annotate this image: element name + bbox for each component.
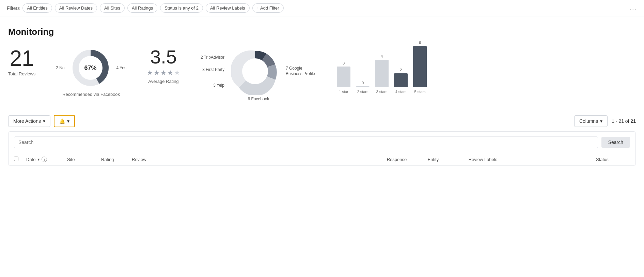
th-rating: Rating bbox=[101, 157, 132, 162]
filter-bar: Filters All Entities All Review Dates Al… bbox=[0, 0, 644, 16]
pie-wrapper: 2 TripAdvisor 3 First Party 3 Yelp bbox=[201, 47, 316, 95]
filter-chip-review-dates[interactable]: All Review Dates bbox=[55, 3, 97, 13]
yes-count: 4 Yes bbox=[116, 65, 126, 70]
bar-rect bbox=[375, 60, 389, 87]
average-rating-label: Average Rating bbox=[148, 79, 178, 84]
table-header-row: Date ▼ i Site Rating Review Response Ent… bbox=[9, 153, 635, 166]
bar-value: 0 bbox=[362, 81, 364, 85]
filter-chip-status[interactable]: Status is any of 2 bbox=[160, 3, 203, 13]
th-review-labels: Review Labels bbox=[469, 157, 596, 162]
filter-chip-entities[interactable]: All Entities bbox=[22, 3, 52, 13]
bar-label: 3 stars bbox=[376, 90, 387, 94]
bar-group-1-star: 3 1 star bbox=[337, 61, 350, 94]
rating-number: 3.5 bbox=[150, 47, 177, 67]
th-checkbox bbox=[14, 157, 26, 162]
star-1: ★ bbox=[147, 69, 153, 77]
bar-label: 5 stars bbox=[414, 90, 425, 94]
bar-group-5-stars: 6 5 stars bbox=[413, 41, 427, 94]
bar-value: 2 bbox=[400, 68, 402, 72]
bar-rect bbox=[356, 86, 370, 87]
stat-average-rating: 3.5 ★ ★ ★ ★ ★ Average Rating bbox=[147, 47, 180, 84]
search-button[interactable]: Search bbox=[601, 137, 630, 148]
actions-right: Columns ▾ 1 - 21 of 21 bbox=[574, 115, 636, 127]
facebook-source-label: 6 Facebook bbox=[248, 97, 269, 101]
bar-value: 6 bbox=[419, 41, 421, 45]
donut-container: 67% bbox=[70, 47, 111, 88]
filter-chip-review-labels[interactable]: All Review Labels bbox=[206, 3, 250, 13]
pie-legend-left: 2 TripAdvisor 3 First Party 3 Yelp bbox=[201, 55, 224, 88]
filter-label: Filters bbox=[7, 5, 20, 11]
columns-label: Columns bbox=[579, 118, 598, 124]
table-area: Search Date ▼ i Site Rating Review Respo… bbox=[8, 131, 636, 166]
google-label: 7 Google Business Profile bbox=[286, 66, 316, 76]
actions-row: More Actions ▾ 🔔 ▾ Columns ▾ 1 - 21 of 2… bbox=[8, 115, 636, 131]
columns-button[interactable]: Columns ▾ bbox=[574, 115, 608, 127]
yelp-label: 3 Yelp bbox=[201, 83, 224, 88]
stat-total-reviews: 21 Total Reviews bbox=[8, 47, 35, 76]
star-2: ★ bbox=[154, 69, 160, 77]
star-5: ★ bbox=[174, 69, 180, 77]
th-response: Response bbox=[387, 157, 428, 162]
search-row: Search bbox=[9, 132, 635, 153]
bar-rect bbox=[413, 46, 427, 87]
total-reviews-label: Total Reviews bbox=[8, 71, 35, 76]
main-content: Monitoring 21 Total Reviews 2 No bbox=[0, 16, 644, 166]
stat-source-pie: 2 TripAdvisor 3 First Party 3 Yelp bbox=[201, 47, 316, 101]
bar-chart-area: 3 1 star 0 2 stars 4 3 stars 2 4 stars 6… bbox=[337, 47, 427, 95]
pie-legend-right: 7 Google Business Profile bbox=[286, 66, 316, 76]
donut-percent: 67% bbox=[84, 64, 97, 72]
star-4: ★ bbox=[167, 69, 173, 77]
bar-rect bbox=[394, 73, 408, 87]
add-filter-button[interactable]: + Add Filter bbox=[252, 3, 284, 13]
columns-chevron-icon: ▾ bbox=[600, 118, 602, 124]
bar-label: 2 stars bbox=[357, 90, 368, 94]
donut-legend-left: 2 No bbox=[56, 65, 64, 70]
total-reviews-number: 21 bbox=[10, 47, 34, 69]
more-actions-label: More Actions bbox=[13, 118, 41, 124]
pie-svg bbox=[231, 47, 279, 95]
first-party-label: 3 First Party bbox=[201, 67, 224, 72]
bar-label: 1 star bbox=[339, 90, 348, 94]
bell-icon: 🔔 bbox=[59, 118, 65, 124]
svg-point-2 bbox=[242, 58, 268, 84]
filter-more-options[interactable]: ... bbox=[629, 4, 637, 12]
date-sort-icon[interactable]: ▼ bbox=[37, 158, 40, 161]
th-status: Status bbox=[596, 157, 630, 162]
pagination-info: 1 - 21 of 21 bbox=[612, 118, 636, 124]
th-site: Site bbox=[67, 157, 101, 162]
more-actions-button[interactable]: More Actions ▾ bbox=[8, 115, 50, 127]
th-entity: Entity bbox=[428, 157, 469, 162]
more-actions-chevron-icon: ▾ bbox=[43, 118, 45, 124]
date-info-icon[interactable]: i bbox=[42, 157, 47, 162]
stat-facebook-donut: 2 No 67% 4 Yes Recommended via Face bbox=[56, 47, 126, 97]
bar-value: 4 bbox=[381, 54, 383, 58]
notification-chevron-icon: ▾ bbox=[67, 118, 69, 124]
th-date: Date ▼ i bbox=[26, 157, 67, 162]
donut-legend-right: 4 Yes bbox=[116, 65, 126, 70]
bar-group-4-stars: 2 4 stars bbox=[394, 68, 408, 94]
actions-left: More Actions ▾ 🔔 ▾ bbox=[8, 115, 75, 127]
facebook-label: Recommended via Facebook bbox=[62, 92, 120, 97]
no-count: 2 No bbox=[56, 65, 64, 70]
bar-group-3-stars: 4 3 stars bbox=[375, 54, 389, 94]
notification-button[interactable]: 🔔 ▾ bbox=[54, 115, 75, 127]
bar-rect bbox=[337, 67, 350, 87]
page-title: Monitoring bbox=[8, 27, 636, 37]
stat-bar-chart: 3 1 star 0 2 stars 4 3 stars 2 4 stars 6… bbox=[337, 47, 427, 95]
select-all-checkbox[interactable] bbox=[14, 157, 18, 161]
bar-label: 4 stars bbox=[395, 90, 406, 94]
bar-value: 3 bbox=[343, 61, 345, 65]
star-3: ★ bbox=[160, 69, 167, 77]
filter-chip-sites[interactable]: All Sites bbox=[100, 3, 125, 13]
stars: ★ ★ ★ ★ ★ bbox=[147, 69, 180, 77]
search-input[interactable] bbox=[14, 136, 598, 148]
th-review: Review bbox=[132, 157, 387, 162]
donut-wrapper: 2 No 67% 4 Yes bbox=[56, 47, 126, 88]
stats-row: 21 Total Reviews 2 No 67% bbox=[8, 47, 636, 101]
filter-chip-ratings[interactable]: All Ratings bbox=[127, 3, 157, 13]
tripadvisor-label: 2 TripAdvisor bbox=[201, 55, 224, 60]
bar-group-2-stars: 0 2 stars bbox=[356, 81, 370, 94]
